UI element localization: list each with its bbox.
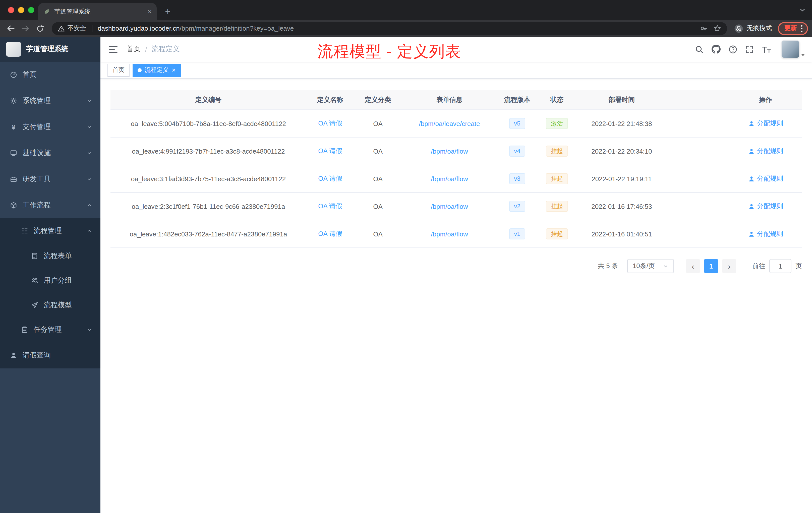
hamburger-icon[interactable] <box>100 37 125 62</box>
help-icon[interactable] <box>729 45 737 54</box>
sidebar-logo[interactable]: 芋道管理系统 <box>0 37 100 62</box>
user-menu[interactable] <box>781 40 805 58</box>
status-badge: 激活 <box>546 118 568 129</box>
definition-name-link[interactable]: OA 请假 <box>318 147 342 155</box>
sidebar-item-payment[interactable]: ¥ 支付管理 <box>0 114 100 140</box>
form-link[interactable]: /bpm/oa/flow <box>431 230 468 238</box>
sidebar-item-task-management[interactable]: 任务管理 <box>0 317 100 342</box>
status-badge: 挂起 <box>546 146 568 157</box>
sidebar-item-process-form[interactable]: 流程表单 <box>0 243 100 268</box>
definition-category: OA <box>354 147 402 155</box>
sidebar-item-process-model[interactable]: 流程模型 <box>0 293 100 317</box>
goto-label: 前往 <box>752 262 765 271</box>
sidebar-item-label: 工作流程 <box>23 201 51 210</box>
pagination: 共 5 条 10条/页 ‹ 1 › 前往 页 <box>111 259 802 273</box>
user-icon <box>748 148 754 154</box>
column-header: 流程版本 <box>497 95 537 104</box>
security-chip[interactable]: 不安全 <box>58 24 86 33</box>
tag-close-icon[interactable]: × <box>172 67 175 73</box>
sidebar-item-infrastructure[interactable]: 基础设施 <box>0 140 100 166</box>
github-icon[interactable] <box>712 45 721 54</box>
main-area: 首页 / 流程定义 <box>100 37 812 513</box>
table-header-row: 定义编号 定义名称 定义分类 表单信息 流程版本 状态 部署时间 操作 <box>111 90 802 110</box>
user-icon <box>748 120 754 127</box>
screen: 芋道管理系统 × + 不安全 <box>0 0 812 513</box>
form-link[interactable]: /bpm/oa/flow <box>431 175 468 182</box>
page-unit-label: 页 <box>795 262 802 271</box>
sidebar-item-label: 研发工具 <box>23 175 51 184</box>
column-header: 状态 <box>537 95 577 104</box>
sidebar-item-user-group[interactable]: 用户分组 <box>0 268 100 293</box>
warning-icon <box>58 25 65 32</box>
chevron-down-icon <box>86 124 92 130</box>
tab-search-chevron-icon[interactable] <box>799 6 806 13</box>
definition-name-link[interactable]: OA 请假 <box>318 119 342 127</box>
forward-icon[interactable] <box>19 22 32 35</box>
update-label: 更新 <box>784 24 797 33</box>
goto-page-input[interactable] <box>769 259 791 273</box>
reload-icon[interactable] <box>33 22 47 35</box>
sidebar-item-home[interactable]: 首页 <box>0 62 100 88</box>
column-header: 操作 <box>729 90 802 110</box>
sidebar-item-label: 支付管理 <box>23 122 51 131</box>
back-icon[interactable] <box>4 22 18 35</box>
form-link[interactable]: /bpm/oa/flow <box>431 147 468 155</box>
chevron-down-icon <box>86 150 92 156</box>
sidebar-item-leave-query[interactable]: 请假查询 <box>0 342 100 368</box>
tag-home[interactable]: 首页 <box>108 63 129 77</box>
browser-menu-kebab-icon[interactable] <box>801 25 803 32</box>
tree-list-icon <box>21 228 28 234</box>
maximize-window-button[interactable] <box>28 7 34 13</box>
prev-page-button[interactable]: ‹ <box>686 259 700 273</box>
gear-icon <box>10 97 17 104</box>
tag-label: 流程定义 <box>145 66 169 74</box>
page-size-select[interactable]: 10条/页 <box>627 259 674 273</box>
font-size-icon[interactable] <box>762 46 771 53</box>
password-key-icon[interactable] <box>700 25 707 32</box>
version-badge: v1 <box>509 229 525 239</box>
bookmark-star-icon[interactable] <box>714 25 721 32</box>
browser-tab[interactable]: 芋道管理系统 × <box>38 3 157 20</box>
next-page-button[interactable]: › <box>722 259 736 273</box>
definition-id: oa_leave:5:004b710b-7b8a-11ec-8ef0-acde4… <box>111 120 306 127</box>
definition-table: 定义编号 定义名称 定义分类 表单信息 流程版本 状态 部署时间 操作 oa_l… <box>111 90 802 248</box>
tag-process-definition[interactable]: 流程定义 × <box>133 63 180 77</box>
new-tab-button[interactable]: + <box>161 4 175 19</box>
assign-rule-button[interactable]: 分配规则 <box>748 119 783 128</box>
deploy-time: 2022-01-16 01:40:51 <box>577 230 667 238</box>
fullscreen-icon[interactable] <box>745 45 754 54</box>
breadcrumb-separator: / <box>145 45 147 53</box>
update-chip[interactable]: 更新 <box>778 22 808 35</box>
sidebar-item-workflow[interactable]: 工作流程 <box>0 192 100 218</box>
definition-name-link[interactable]: OA 请假 <box>318 230 342 237</box>
assign-rule-button[interactable]: 分配规则 <box>748 230 783 238</box>
top-navbar: 首页 / 流程定义 <box>100 37 812 62</box>
chevron-down-icon <box>86 176 92 182</box>
sidebar-item-process-management[interactable]: 流程管理 <box>0 218 100 243</box>
incognito-icon <box>734 24 743 33</box>
tags-view-bar: 首页 流程定义 × <box>100 62 812 79</box>
sidebar-item-label: 流程模型 <box>44 300 72 309</box>
chevron-down-icon <box>86 327 92 333</box>
close-window-button[interactable] <box>8 7 14 13</box>
security-label: 不安全 <box>67 24 86 33</box>
avatar[interactable] <box>781 40 800 58</box>
assign-rule-button[interactable]: 分配规则 <box>748 174 783 183</box>
cube-icon <box>10 202 17 209</box>
tab-close-icon[interactable]: × <box>148 8 152 15</box>
url-bar[interactable]: 不安全 dashboard.yudao.iocoder.cn/bpm/manag… <box>52 22 727 35</box>
sidebar-item-system[interactable]: 系统管理 <box>0 88 100 114</box>
page-1-button[interactable]: 1 <box>704 259 718 273</box>
form-link[interactable]: /bpm/oa/flow <box>431 203 468 210</box>
definition-name-link[interactable]: OA 请假 <box>318 202 342 210</box>
definition-name-link[interactable]: OA 请假 <box>318 175 342 182</box>
minimize-window-button[interactable] <box>18 7 24 13</box>
sidebar-item-devtools[interactable]: 研发工具 <box>0 166 100 192</box>
breadcrumb-home[interactable]: 首页 <box>126 45 141 54</box>
form-link[interactable]: /bpm/oa/leave/create <box>419 120 480 127</box>
assign-rule-button[interactable]: 分配规则 <box>748 147 783 156</box>
search-icon[interactable] <box>695 45 703 54</box>
tab-title: 芋道管理系统 <box>54 7 144 16</box>
assign-rule-button[interactable]: 分配规则 <box>748 202 783 211</box>
table-row: oa_leave:2:3c1f0ef1-76b1-11ec-9c66-a2380… <box>111 193 802 220</box>
